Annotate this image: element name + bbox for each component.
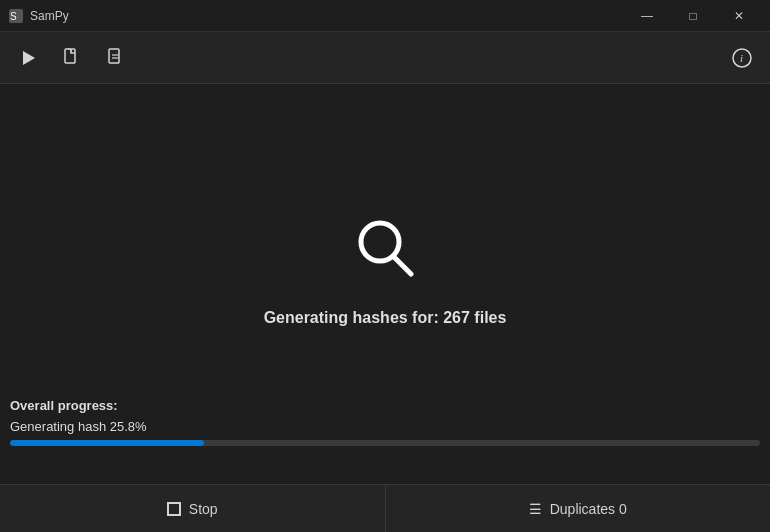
app-title: SamPy	[30, 9, 69, 23]
app-icon: S	[8, 8, 24, 24]
stop-icon	[167, 502, 181, 516]
progress-bar-fill	[10, 440, 204, 446]
maximize-button[interactable]: □	[670, 0, 716, 32]
svg-marker-2	[23, 51, 35, 65]
overall-progress-label: Overall progress:	[10, 398, 760, 413]
toolbar: i	[0, 32, 770, 84]
duplicates-icon: ☰	[529, 501, 542, 517]
progress-detail-label: Generating hash 25.8%	[10, 419, 760, 434]
svg-text:S: S	[10, 11, 17, 22]
progress-section: Overall progress: Generating hash 25.8%	[0, 390, 770, 452]
stop-button[interactable]: Stop	[0, 485, 385, 532]
search-icon-large	[345, 209, 425, 289]
minimize-button[interactable]: —	[624, 0, 670, 32]
toolbar-left	[10, 40, 134, 76]
svg-rect-3	[65, 49, 75, 63]
close-button[interactable]: ✕	[716, 0, 762, 32]
svg-rect-5	[109, 49, 119, 63]
stop-label: Stop	[189, 501, 218, 517]
title-left: S SamPy	[8, 8, 69, 24]
title-bar: S SamPy — □ ✕	[0, 0, 770, 32]
window-controls: — □ ✕	[624, 0, 762, 32]
info-button[interactable]: i	[724, 40, 760, 76]
file1-button[interactable]	[54, 40, 90, 76]
play-button[interactable]	[10, 40, 46, 76]
duplicates-button[interactable]: ☰ Duplicates 0	[385, 485, 771, 532]
duplicates-label: Duplicates 0	[550, 501, 627, 517]
bottom-bar: Stop ☰ Duplicates 0	[0, 484, 770, 532]
svg-line-11	[393, 256, 411, 274]
status-text: Generating hashes for: 267 files	[264, 309, 507, 327]
progress-bar-container	[10, 440, 760, 446]
file2-button[interactable]	[98, 40, 134, 76]
svg-text:i: i	[740, 52, 743, 64]
